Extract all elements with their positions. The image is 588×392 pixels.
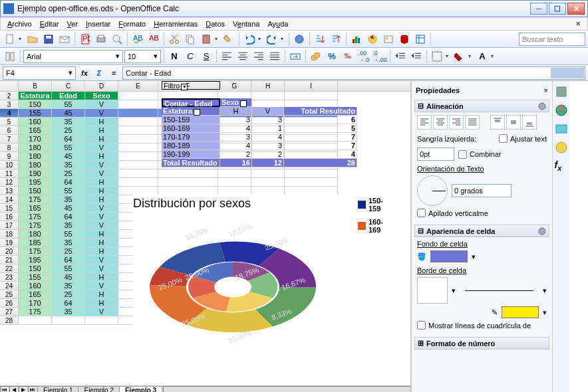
tab-next[interactable]: ▶ [19, 386, 28, 392]
nav-icon[interactable] [555, 104, 568, 117]
halign-justify-button[interactable] [465, 115, 480, 130]
align-left-button[interactable] [220, 49, 234, 64]
valign-top-button[interactable] [490, 115, 505, 130]
search-input[interactable]: Buscar texto [519, 33, 585, 46]
panel-close-icon[interactable]: × [544, 86, 548, 94]
menu-ayuda[interactable]: Ayuda [263, 19, 292, 29]
merge-checkbox[interactable] [458, 150, 467, 159]
wrap-checkbox[interactable] [499, 134, 508, 143]
menu-datos[interactable]: Datos [202, 19, 229, 29]
equals-button[interactable]: = [108, 67, 120, 79]
close-button[interactable]: ✕ [567, 3, 585, 15]
maximize-button[interactable]: ☐ [549, 3, 566, 15]
sum-button[interactable]: Σ [93, 67, 105, 79]
preview-button[interactable] [110, 32, 124, 47]
indent-dec-button[interactable] [393, 49, 408, 64]
align-right-button[interactable] [251, 49, 266, 64]
grid-checkbox[interactable] [417, 321, 426, 330]
chart[interactable]: Distribución por sexos 150-159160-169 18… [133, 194, 386, 373]
border-color-swatch[interactable] [502, 306, 539, 318]
italic-button[interactable]: C [183, 49, 198, 64]
valign-middle-button[interactable] [506, 115, 521, 130]
menu-herramientas[interactable]: Herramientas [150, 19, 202, 29]
orientation-input[interactable] [452, 184, 512, 197]
gallery-icon[interactable] [555, 122, 568, 136]
indent-inc-button[interactable] [409, 49, 424, 64]
undo-button[interactable] [242, 32, 257, 47]
section-number-format[interactable]: ⊞Formato de número [414, 337, 549, 349]
add-decimal-button[interactable]: .00→.0 [357, 49, 371, 64]
email-button[interactable] [57, 32, 72, 47]
tab-last[interactable]: ⏭ [28, 386, 37, 392]
copy-button[interactable] [183, 32, 198, 47]
autocorrect-button[interactable]: ABC [146, 32, 161, 47]
minimize-button[interactable]: ─ [530, 3, 547, 15]
menu-insertar[interactable]: Insertar [82, 19, 114, 29]
percent-button[interactable]: % [325, 49, 339, 64]
section-alignment[interactable]: ⊟Alineación [414, 100, 549, 112]
tab-ejemplo-2[interactable]: Ejemplo 2 [78, 386, 119, 392]
gear-icon[interactable] [538, 227, 546, 235]
currency-button[interactable] [309, 49, 323, 64]
font-size-input[interactable]: 10▾ [124, 50, 161, 63]
hyperlink-button[interactable] [292, 32, 307, 47]
remove-decimal-button[interactable]: .0→.00 [372, 49, 387, 64]
spreadsheet-grid[interactable]: BCDEFGHI23456789101112131415161718192021… [0, 81, 410, 385]
tab-ejemplo-1[interactable]: Ejemplo 1 [37, 386, 78, 392]
merge-button[interactable] [288, 49, 303, 64]
menu-formato[interactable]: Formato [114, 19, 150, 29]
dropdown-icon[interactable]: ▾ [452, 286, 456, 295]
tab-ejemplo-3[interactable]: Ejemplo 3 [119, 386, 162, 392]
datasource-button[interactable] [397, 32, 412, 47]
bgcolor-button[interactable] [452, 49, 467, 64]
dropdown-icon[interactable]: ▾ [472, 252, 476, 261]
fx-button[interactable]: fx [78, 67, 90, 79]
gear-icon[interactable] [538, 102, 546, 110]
section-appearance[interactable]: ⊟Apariencia de celda [414, 225, 549, 237]
headers-button[interactable] [413, 32, 428, 47]
functions-icon[interactable]: fx [555, 159, 568, 173]
format-paint-button[interactable] [221, 32, 236, 47]
cell-reference-input[interactable]: F4▾ [3, 66, 76, 80]
menu-ventana[interactable]: Ventana [229, 19, 263, 29]
menu-editar[interactable]: Editar [36, 19, 63, 29]
fontcolor-button[interactable]: A [475, 49, 490, 64]
cut-button[interactable] [167, 32, 182, 47]
menu-archivo[interactable]: Archivo [3, 19, 36, 29]
nav2-icon[interactable] [555, 141, 568, 154]
halign-left-button[interactable] [417, 115, 432, 130]
formula-input[interactable]: Contar - Edad [122, 66, 585, 80]
halign-center-button[interactable] [433, 115, 448, 130]
bold-button[interactable]: N [167, 49, 182, 64]
doc-close-button[interactable]: × [571, 19, 585, 29]
indent-input[interactable] [417, 147, 454, 161]
menu-ver[interactable]: Ver [63, 19, 82, 29]
new-button[interactable] [3, 32, 17, 47]
dropdown-icon[interactable]: ▾ [543, 286, 547, 295]
tab-first[interactable]: ⏮ [0, 386, 9, 392]
properties-icon[interactable] [555, 85, 568, 98]
underline-button[interactable]: S [199, 49, 214, 64]
nav-button[interactable] [365, 32, 380, 47]
orientation-dial[interactable] [417, 175, 448, 206]
align-justify-button[interactable] [267, 49, 282, 64]
chart-button[interactable] [349, 32, 364, 47]
horizontal-scrollbar[interactable] [163, 386, 410, 392]
gallery-button[interactable] [381, 32, 396, 47]
styles-button[interactable] [3, 49, 17, 64]
border-preview[interactable] [417, 277, 448, 304]
tab-prev[interactable]: ◀ [9, 386, 19, 392]
spellcheck-button[interactable]: ABC [130, 32, 145, 47]
bg-color-swatch[interactable] [430, 250, 468, 262]
redo-button[interactable] [265, 32, 279, 47]
dropdown-icon[interactable]: ▾ [543, 308, 547, 317]
print-button[interactable] [94, 32, 108, 47]
font-name-input[interactable]: Arial▾ [23, 50, 123, 63]
paste-button[interactable] [199, 32, 214, 47]
standard-button[interactable]: ‰ [341, 49, 355, 64]
stack-checkbox[interactable] [417, 209, 426, 217]
open-button[interactable] [25, 32, 40, 47]
pdf-button[interactable]: PDF [78, 32, 92, 47]
valign-bottom-button[interactable] [522, 115, 537, 130]
align-center-button[interactable] [235, 49, 250, 64]
